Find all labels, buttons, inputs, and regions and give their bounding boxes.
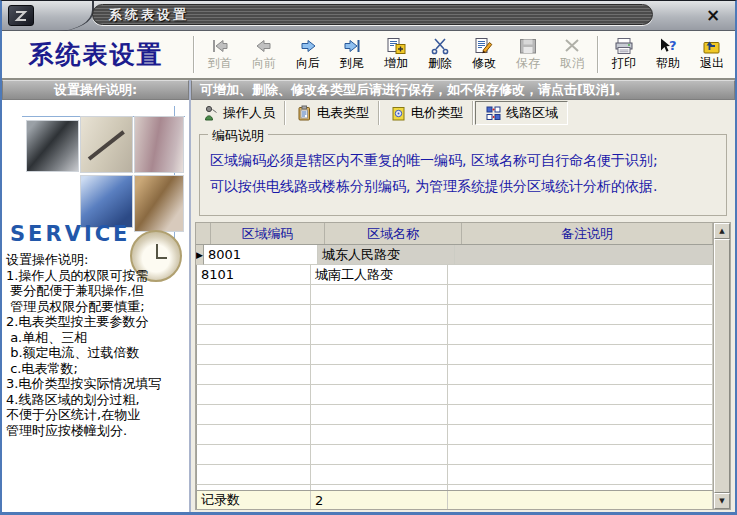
row-indicator: ▶: [196, 245, 204, 265]
exit-button[interactable]: 退出: [690, 31, 734, 78]
window-title: 系统表设置: [109, 6, 189, 24]
toolbar-button-label: 到首: [208, 55, 232, 72]
record-count-value: 2: [311, 491, 448, 509]
toolbar: 系统表设置 到首 向前 向后 到尾 增加 删除 修改: [2, 31, 735, 80]
app-window: 系统表设置 × 系统表设置 到首 向前 向后 到尾 增加 删除: [0, 0, 737, 515]
save-button[interactable]: 保存: [506, 31, 550, 78]
tab-bar: 操作人员 电表类型 电价类型 线路区域: [191, 100, 735, 126]
instruction-line: 要分配便于兼职操作,但: [6, 283, 189, 299]
delete-record-icon: [429, 37, 451, 55]
toolbar-button-label: 删除: [428, 55, 452, 72]
modify-record-button[interactable]: 修改: [462, 31, 506, 78]
operator-icon: [202, 105, 218, 121]
tab-label: 电价类型: [411, 104, 463, 122]
scroll-down-icon[interactable]: ▼: [714, 493, 730, 509]
title-capsule: 系统表设置: [92, 4, 653, 25]
table-rows: ▶ 8001 城东人民路变 8101 城南工人路变: [196, 245, 713, 490]
table-row[interactable]: 8101 城南工人路变: [196, 265, 713, 285]
tab-line-areas[interactable]: 线路区域: [475, 101, 568, 125]
instruction-line: 1.操作人员的权限可按需: [6, 268, 189, 284]
cancel-icon: [561, 37, 583, 55]
app-logo-icon: [8, 5, 34, 26]
cancel-button[interactable]: 取消: [550, 31, 594, 78]
main-panel: 可增加、删除、修改各类型后请进行保存，如不保存修改，请点击[取消]。 操作人员 …: [191, 80, 735, 512]
table-empty-row: [196, 445, 713, 465]
toolbar-button-label: 到尾: [340, 55, 364, 72]
toolbar-button-label: 向前: [252, 55, 276, 72]
indicator-column-header: [196, 223, 211, 244]
coding-instructions-groupbox: 编码说明 区域编码必须是辖区内不重复的唯一编码, 区域名称可自行命名便于识别; …: [199, 134, 727, 216]
add-record-button[interactable]: 增加: [374, 31, 418, 78]
groupbox-title: 编码说明: [208, 127, 268, 145]
table-empty-row: [196, 465, 713, 485]
toolbar-separator: [193, 36, 195, 73]
page-title: 系统表设置: [2, 31, 190, 78]
go-last-icon: [341, 37, 363, 55]
sidebar-body: SERVICE 设置操作说明:1.操作人员的权限可按需 要分配便于兼职操作,但 …: [2, 100, 189, 512]
tab-label: 操作人员: [223, 104, 275, 122]
cell-note[interactable]: [448, 265, 713, 285]
photo-pen: [80, 116, 133, 173]
modify-record-icon: [473, 37, 495, 55]
go-next-icon: [297, 37, 319, 55]
tab-meter-types[interactable]: 电表类型: [287, 101, 379, 125]
go-first-button[interactable]: 到首: [198, 31, 242, 78]
table-empty-row: [196, 325, 713, 345]
title-bar: 系统表设置 ×: [2, 1, 735, 31]
print-button[interactable]: 打印: [602, 31, 646, 78]
table-row[interactable]: ▶ 8001 城东人民路变: [196, 245, 713, 265]
service-text: SERVICE: [10, 222, 130, 246]
column-header-name[interactable]: 区域名称: [325, 223, 462, 244]
titlebar-curve: [42, 1, 94, 31]
price-type-icon: [390, 105, 406, 121]
toolbar-button-label: 打印: [612, 55, 636, 72]
tab-operators[interactable]: 操作人员: [193, 101, 285, 125]
footer-note-cell: [448, 491, 713, 509]
toolbar-button-label: 增加: [384, 55, 408, 72]
go-next-button[interactable]: 向后: [286, 31, 330, 78]
tab-price-types[interactable]: 电价类型: [381, 101, 473, 125]
go-first-icon: [209, 37, 231, 55]
go-previous-icon: [253, 37, 275, 55]
table-footer-row: 记录数 2: [196, 490, 713, 509]
scrollbar-thumb[interactable]: [714, 239, 730, 493]
instruction-line: a.单相、三相: [6, 330, 189, 346]
cell-code[interactable]: 8001: [204, 245, 318, 265]
sidebar-header: 设置操作说明:: [2, 80, 189, 100]
go-last-button[interactable]: 到尾: [330, 31, 374, 78]
table-vertical-scrollbar[interactable]: ▲ ▼: [714, 222, 731, 510]
toolbar-button-label: 退出: [700, 55, 724, 72]
scroll-up-icon[interactable]: ▲: [714, 223, 730, 239]
instruction-line: 设置操作说明:: [6, 252, 189, 268]
sidebar: 设置操作说明: SERVICE 设置操作说明:1.操作人员的权限可按需 要分配便…: [2, 80, 191, 512]
photo-tool: [26, 120, 79, 172]
instruction-line: 3.电价类型按实际情况填写: [6, 376, 189, 392]
help-icon: ?: [657, 37, 679, 55]
go-previous-button[interactable]: 向前: [242, 31, 286, 78]
area-table: 区域编码 区域名称 备注说明 ▶ 8001 城东人民路变: [195, 222, 714, 510]
delete-record-button[interactable]: 删除: [418, 31, 462, 78]
instruction-line: 2.电表类型按主要参数分: [6, 314, 189, 330]
groupbox-line: 区域编码必须是辖区内不重复的唯一编码, 区域名称可自行命名便于识别;: [210, 147, 718, 173]
cell-code[interactable]: 8101: [197, 265, 311, 285]
cell-name[interactable]: 城东人民路变: [318, 245, 455, 265]
tab-label: 线路区域: [506, 104, 558, 122]
tab-label: 电表类型: [317, 104, 369, 122]
table-empty-row: [196, 345, 713, 365]
instruction-line: b.额定电流、过载倍数: [6, 345, 189, 361]
photo-keyboard: [80, 175, 133, 228]
line-area-icon: [485, 105, 501, 121]
table-empty-row: [196, 365, 713, 385]
table-empty-row: [196, 305, 713, 325]
column-header-note[interactable]: 备注说明: [462, 223, 713, 244]
instruction-line: 4.线路区域的划分过粗,: [6, 392, 189, 408]
save-icon: [517, 37, 539, 55]
close-button[interactable]: ×: [701, 4, 725, 26]
groupbox-line: 可以按供电线路或楼栋分别编码, 为管理系统提供分区域统计分析的依据.: [210, 173, 718, 199]
cell-name[interactable]: 城南工人路变: [311, 265, 448, 285]
help-button[interactable]: ? 帮助: [646, 31, 690, 78]
cell-note[interactable]: [455, 245, 713, 265]
column-header-code[interactable]: 区域编码: [211, 223, 325, 244]
notice-bar: 可增加、删除、修改各类型后请进行保存，如不保存修改，请点击[取消]。: [191, 80, 735, 100]
exit-icon: [701, 37, 723, 55]
